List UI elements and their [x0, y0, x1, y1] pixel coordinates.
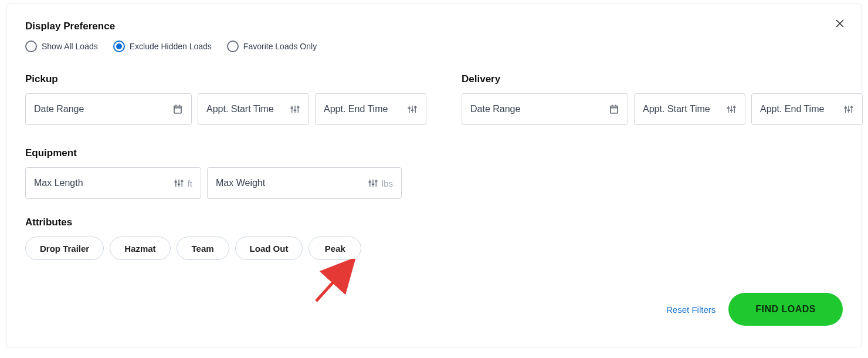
equipment-section: Equipment Max Length ft Max Weight lbs: [25, 147, 843, 199]
svg-rect-37: [375, 181, 378, 182]
pickup-end-time-input[interactable]: Appt. End Time: [315, 93, 426, 125]
pickup-start-time-input[interactable]: Appt. Start Time: [198, 93, 309, 125]
svg-rect-23: [845, 107, 847, 109]
svg-rect-13: [414, 107, 417, 108]
svg-rect-12: [411, 110, 414, 111]
svg-rect-3: [294, 106, 296, 113]
max-weight-input[interactable]: Max Weight lbs: [207, 167, 402, 199]
field-placeholder: Date Range: [470, 104, 609, 114]
pickup-date-range-input[interactable]: Date Range: [25, 93, 192, 125]
svg-rect-14: [728, 106, 729, 113]
field-placeholder: Max Weight: [216, 178, 368, 188]
attributes-title: Attributes: [25, 217, 843, 228]
slider-icon: [843, 104, 854, 114]
calendar-icon: [172, 104, 183, 114]
field-placeholder: Appt. Start Time: [206, 104, 290, 114]
svg-rect-33: [372, 180, 374, 187]
delivery-title: Delivery: [462, 73, 863, 85]
field-placeholder: Appt. End Time: [760, 104, 843, 114]
field-placeholder: Appt. Start Time: [643, 104, 726, 114]
slider-icon: [174, 178, 184, 188]
svg-rect-5: [291, 107, 294, 109]
display-preference-section: Display Preference Show All Loads Exclud…: [25, 21, 843, 52]
svg-rect-32: [369, 180, 371, 187]
equipment-title: Equipment: [25, 147, 843, 159]
footer-actions: Reset Filters FIND LOADS: [25, 293, 843, 326]
field-placeholder: Max Length: [34, 178, 174, 188]
max-length-input[interactable]: Max Length ft: [25, 167, 201, 199]
svg-rect-20: [845, 106, 846, 113]
delivery-date-range-input[interactable]: Date Range: [462, 93, 628, 125]
chip-load-out[interactable]: Load Out: [235, 237, 303, 260]
display-preference-title: Display Preference: [25, 21, 843, 32]
calendar-icon: [609, 104, 619, 114]
svg-rect-7: [297, 107, 300, 108]
chip-drop-trailer[interactable]: Drop Trailer: [25, 237, 104, 260]
radio-icon: [25, 40, 37, 52]
radio-label: Favorite Loads Only: [243, 42, 317, 51]
slider-icon: [407, 104, 418, 114]
close-icon: [835, 18, 845, 29]
pickup-title: Pickup: [25, 73, 426, 85]
field-placeholder: Date Range: [34, 104, 172, 114]
radio-label: Exclude Hidden Loads: [130, 42, 212, 51]
find-loads-button[interactable]: FIND LOADS: [728, 293, 843, 326]
chip-peak[interactable]: Peak: [308, 237, 361, 260]
filter-panel: Display Preference Show All Loads Exclud…: [6, 4, 862, 347]
radio-label: Show All Loads: [42, 42, 98, 51]
radio-show-all-loads[interactable]: Show All Loads: [25, 40, 98, 52]
svg-rect-24: [847, 110, 850, 111]
display-preference-radio-group: Show All Loads Exclude Hidden Loads Favo…: [25, 40, 843, 52]
svg-rect-17: [727, 107, 730, 109]
radio-icon: [227, 40, 239, 52]
attributes-section: Attributes Drop Trailer Hazmat Team Load…: [25, 217, 843, 260]
svg-rect-11: [408, 107, 411, 109]
svg-rect-18: [730, 110, 733, 111]
pickup-delivery-row: Pickup Date Range Appt. Start Time Appt.…: [25, 73, 843, 125]
svg-rect-27: [178, 180, 179, 187]
svg-rect-2: [291, 106, 293, 113]
pickup-section: Pickup Date Range Appt. Start Time Appt.…: [25, 73, 426, 125]
svg-rect-9: [412, 106, 413, 113]
svg-rect-30: [177, 184, 180, 185]
svg-rect-15: [731, 106, 732, 113]
svg-rect-6: [294, 110, 297, 111]
svg-rect-19: [733, 107, 736, 108]
svg-rect-8: [409, 106, 410, 113]
svg-rect-25: [850, 107, 853, 108]
radio-favorite-loads-only[interactable]: Favorite Loads Only: [227, 40, 317, 52]
svg-rect-21: [848, 106, 849, 113]
unit-label: ft: [188, 178, 192, 188]
chip-team[interactable]: Team: [177, 237, 229, 260]
unit-label: lbs: [382, 178, 393, 188]
field-placeholder: Appt. End Time: [324, 104, 407, 114]
slider-icon: [368, 178, 378, 188]
delivery-end-time-input[interactable]: Appt. End Time: [751, 93, 863, 125]
radio-exclude-hidden-loads[interactable]: Exclude Hidden Loads: [113, 40, 212, 52]
chip-hazmat[interactable]: Hazmat: [110, 237, 170, 260]
svg-rect-31: [181, 181, 184, 182]
svg-rect-26: [175, 180, 177, 187]
reset-filters-link[interactable]: Reset Filters: [666, 305, 716, 315]
close-button[interactable]: [835, 18, 845, 31]
svg-rect-35: [368, 181, 371, 183]
radio-icon: [113, 40, 125, 52]
svg-rect-36: [372, 184, 375, 185]
delivery-start-time-input[interactable]: Appt. Start Time: [634, 93, 745, 125]
delivery-section: Delivery Date Range Appt. Start Time App…: [462, 73, 863, 125]
slider-icon: [290, 104, 300, 114]
slider-icon: [726, 104, 737, 114]
svg-rect-29: [174, 181, 177, 183]
